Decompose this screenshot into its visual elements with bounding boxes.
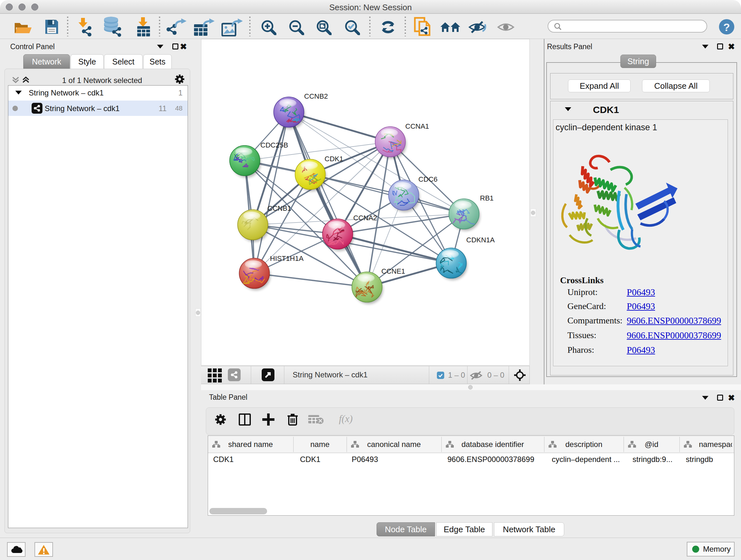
svg-text:CDC25B: CDC25B xyxy=(260,141,288,149)
svg-text:CCNA1: CCNA1 xyxy=(405,122,429,130)
svg-text:CCNB1: CCNB1 xyxy=(267,204,291,212)
svg-text:CDKN1A: CDKN1A xyxy=(466,236,495,244)
svg-text:HIST1H1A: HIST1H1A xyxy=(270,254,304,262)
svg-text:CCNE1: CCNE1 xyxy=(381,267,405,275)
svg-text:CCNB2: CCNB2 xyxy=(304,92,328,100)
svg-text:RB1: RB1 xyxy=(480,194,494,202)
svg-text:CDC6: CDC6 xyxy=(418,175,437,183)
svg-text:CDK1: CDK1 xyxy=(325,155,343,163)
svg-text:CCNA2: CCNA2 xyxy=(353,214,377,222)
